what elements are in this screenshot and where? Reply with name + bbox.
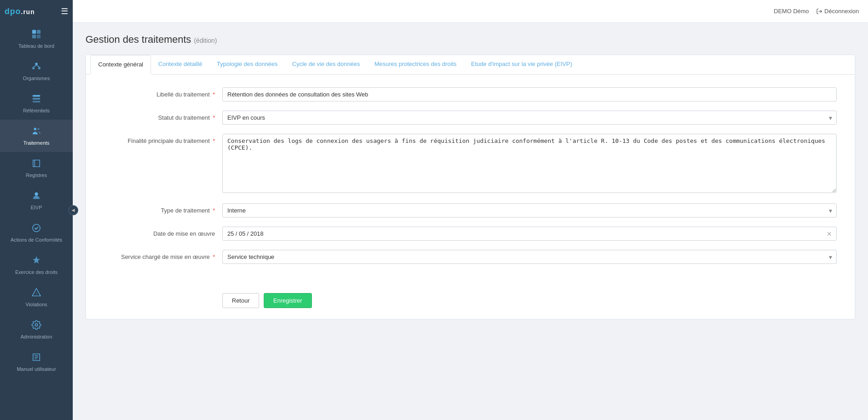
finalite-group: Finalité principale du traitement * Cons… — [104, 134, 837, 194]
hamburger-icon[interactable]: ☰ — [61, 6, 68, 16]
finalite-textarea[interactable]: Conservation des logs de connexion des u… — [222, 134, 837, 193]
libelle-label: Libellé du traitement * — [104, 87, 222, 98]
organismes-icon — [31, 61, 41, 74]
svg-line-7 — [34, 65, 36, 67]
traitements-icon — [31, 126, 41, 138]
sidebar-item-exercice-droits[interactable]: Exercice des droits — [0, 249, 73, 281]
service-label: Service chargé de mise en œuvre * — [104, 250, 222, 260]
service-group: Service chargé de mise en œuvre * Servic… — [104, 250, 837, 264]
libelle-group: Libellé du traitement * — [104, 87, 837, 101]
svg-point-15 — [33, 224, 40, 232]
logout-label: Déconnexion — [824, 8, 859, 15]
exercice-droits-icon — [31, 255, 41, 268]
svg-point-17 — [35, 324, 38, 326]
tab-etude-impact[interactable]: Etude d'impact sur la vie privée (EIVP) — [464, 55, 579, 74]
date-group: Date de mise en œuvre ✕ — [104, 227, 837, 241]
sidebar-item-organismes[interactable]: Organismes — [0, 55, 73, 87]
statut-control: EIVP en coursActifInactifEn cours — [222, 111, 837, 125]
logo-bar: dpo.run ☰ — [0, 0, 73, 23]
page-subtitle: (édition) — [194, 37, 217, 44]
logout-button[interactable]: Déconnexion — [816, 8, 859, 15]
topbar: DEMO Démo Déconnexion — [73, 0, 868, 23]
sidebar-label-administration: Administration — [20, 334, 52, 339]
service-required: * — [213, 253, 215, 260]
date-control: ✕ — [222, 227, 837, 241]
svg-rect-3 — [37, 35, 40, 38]
topbar-user-area: DEMO Démo Déconnexion — [774, 8, 859, 15]
sidebar-label-violations: Violations — [25, 302, 47, 307]
sidebar-label-eivp: EIVP — [30, 205, 42, 210]
svg-point-6 — [38, 67, 41, 70]
sidebar-label-manuel: Manuel utilisateur — [17, 366, 56, 372]
service-select[interactable]: Service techniqueService informatiqueDir… — [222, 250, 837, 264]
sidebar-label-exercice-droits: Exercice des droits — [15, 269, 58, 275]
app-logo: dpo.run — [5, 7, 35, 16]
svg-text:!: ! — [36, 292, 37, 296]
form-actions: Retour Enregistrer — [86, 286, 855, 319]
libelle-required: * — [213, 91, 215, 98]
topbar-username: DEMO Démo — [774, 8, 809, 15]
finalite-required: * — [213, 137, 215, 144]
tab-mesures-protectrices[interactable]: Mesures protectrices des droits — [367, 55, 464, 74]
sidebar-item-actions-conformites[interactable]: Actions de Conformités — [0, 217, 73, 249]
sidebar-item-referentiels[interactable]: Référentiels — [0, 87, 73, 120]
finalite-label: Finalité principale du traitement * — [104, 134, 222, 144]
type-group: Type de traitement * InterneExterneMixte — [104, 203, 837, 218]
actions-conformites-icon — [31, 223, 41, 235]
registres-icon — [31, 158, 41, 171]
sidebar-label-registres: Registres — [26, 172, 47, 178]
tab-cycle-vie-donnees[interactable]: Cycle de vie des données — [285, 55, 367, 74]
statut-label: Statut du traitement * — [104, 111, 222, 121]
sidebar-item-violations[interactable]: ! Violations — [0, 281, 73, 314]
statut-select[interactable]: EIVP en coursActifInactifEn cours — [222, 111, 837, 125]
sidebar-nav: Tableau de bord Organismes Référentiels … — [0, 23, 73, 420]
administration-icon — [31, 320, 41, 332]
finalite-control: Conservation des logs de connexion des u… — [222, 134, 837, 194]
sidebar-label-actions-conformites: Actions de Conformités — [10, 237, 62, 243]
libelle-control — [222, 87, 837, 101]
sidebar-item-traitements[interactable]: Traitements — [0, 120, 73, 152]
svg-rect-2 — [32, 35, 36, 38]
svg-rect-1 — [37, 30, 40, 34]
sidebar-item-tableau-de-bord[interactable]: Tableau de bord — [0, 23, 73, 55]
tab-typologie-donnees[interactable]: Typologie des données — [210, 55, 285, 74]
sidebar: dpo.run ☰ Tableau de bord Organismes Réf… — [0, 0, 73, 420]
logout-icon — [816, 8, 823, 15]
svg-rect-0 — [32, 30, 36, 34]
svg-point-5 — [32, 67, 35, 70]
form-body: Libellé du traitement * Statut du traite… — [86, 75, 855, 286]
type-required: * — [213, 207, 215, 214]
svg-line-8 — [36, 65, 39, 67]
type-control: InterneExterneMixte — [222, 203, 837, 218]
sidebar-collapse-button[interactable]: ◀ — [68, 205, 78, 215]
sidebar-item-manuel-utilisateur[interactable]: Manuel utilisateur — [0, 346, 73, 378]
tab-contexte-general[interactable]: Contexte général — [90, 55, 151, 75]
sidebar-item-registres[interactable]: Registres — [0, 152, 73, 184]
svg-point-13 — [38, 128, 40, 130]
tab-contexte-detaille[interactable]: Contexte détaillé — [151, 55, 210, 74]
service-control: Service techniqueService informatiqueDir… — [222, 250, 837, 264]
statut-group: Statut du traitement * EIVP en coursActi… — [104, 111, 837, 125]
referentiels-icon — [31, 94, 41, 106]
date-input[interactable] — [222, 227, 837, 241]
manuel-icon — [31, 352, 41, 364]
svg-point-14 — [35, 192, 38, 196]
sidebar-label-traitements: Traitements — [23, 140, 50, 146]
sidebar-item-eivp[interactable]: EIVP — [0, 184, 73, 217]
svg-rect-9 — [33, 95, 40, 97]
main-content: Gestion des traitements (édition) Contex… — [73, 23, 868, 420]
svg-rect-10 — [33, 98, 40, 100]
date-clear-icon[interactable]: ✕ — [827, 230, 832, 238]
type-select[interactable]: InterneExterneMixte — [222, 203, 837, 218]
libelle-input[interactable] — [222, 87, 837, 101]
dashboard-icon — [31, 29, 41, 41]
form-card: Contexte général Contexte détaillé Typol… — [85, 55, 855, 319]
sidebar-item-administration[interactable]: Administration — [0, 314, 73, 346]
retour-button[interactable]: Retour — [222, 293, 259, 308]
enregistrer-button[interactable]: Enregistrer — [264, 293, 312, 308]
date-label: Date de mise en œuvre — [104, 227, 222, 237]
statut-required: * — [213, 114, 215, 121]
sidebar-label-organismes: Organismes — [23, 76, 50, 81]
sidebar-label-referentiels: Référentiels — [23, 108, 50, 113]
violations-icon: ! — [31, 288, 41, 300]
